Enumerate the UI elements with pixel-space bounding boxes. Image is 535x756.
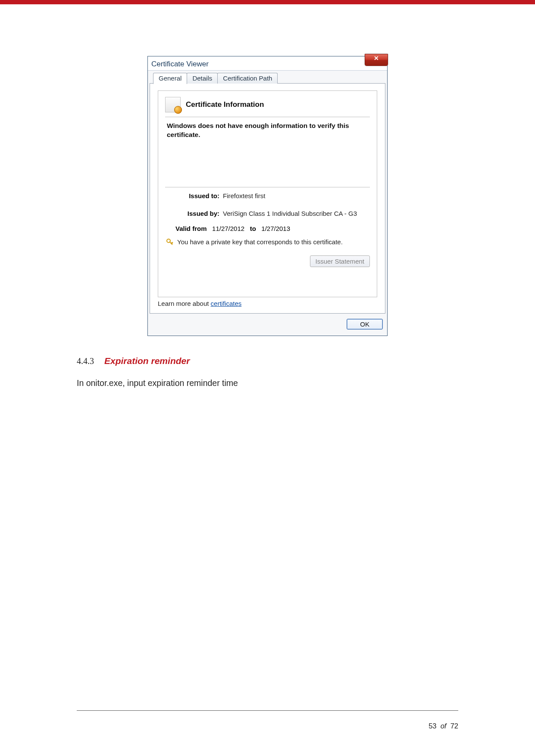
tab-certification-path[interactable]: Certification Path xyxy=(217,73,278,84)
learn-more-prefix: Learn more about xyxy=(158,300,211,307)
page-of-word: of xyxy=(441,722,447,730)
tab-general[interactable]: General xyxy=(153,73,187,84)
close-button[interactable]: ✕ xyxy=(365,54,388,66)
page-current: 53 xyxy=(429,722,436,730)
certificate-viewer-window: Certificate Viewer ✕ General Details Cer… xyxy=(147,56,388,336)
ribbon-icon xyxy=(174,106,182,114)
issued-to-value: Firefoxtest first xyxy=(223,192,265,200)
certificate-info-heading: Certificate Information xyxy=(186,100,264,109)
section-body-text: In onitor.exe, input expiration reminder… xyxy=(77,378,458,388)
tab-panel-general: Certificate Information Windows does not… xyxy=(150,83,385,314)
ok-button[interactable]: OK xyxy=(347,319,383,330)
issued-by-value: VeriSign Class 1 Individual Subscriber C… xyxy=(223,209,357,218)
issuer-statement-button: Issuer Statement xyxy=(310,255,370,267)
close-icon: ✕ xyxy=(374,55,379,62)
key-icon xyxy=(166,238,174,246)
section-heading: 4.4.3 Expiration reminder xyxy=(77,356,458,366)
valid-from-value: 11/27/2012 xyxy=(212,225,244,232)
valid-from-label: Valid from xyxy=(175,225,207,232)
valid-date-row: Valid from 11/27/2012 to 1/27/2013 xyxy=(165,225,370,232)
verify-warning-text: Windows does not have enough information… xyxy=(165,121,370,140)
page-number: 53 of 72 xyxy=(77,722,458,730)
tab-details[interactable]: Details xyxy=(187,73,218,84)
divider xyxy=(165,187,370,187)
private-key-note: You have a private key that corresponds … xyxy=(177,238,343,246)
valid-to-value: 1/27/2013 xyxy=(261,225,290,232)
footer-rule xyxy=(77,710,458,711)
page-total: 72 xyxy=(451,722,458,730)
certificate-icon xyxy=(165,97,181,112)
issued-to-label: Issued to: xyxy=(175,192,219,200)
tab-strip: General Details Certification Path xyxy=(150,72,385,84)
certificates-link[interactable]: certificates xyxy=(211,300,242,307)
window-title: Certificate Viewer xyxy=(151,60,209,70)
page-top-rule xyxy=(0,0,535,4)
certificate-info-box: Certificate Information Windows does not… xyxy=(158,90,377,297)
section-number: 4.4.3 xyxy=(77,356,94,366)
page-footer: 53 of 72 xyxy=(77,707,458,730)
divider xyxy=(165,117,370,117)
issued-by-label: Issued by: xyxy=(175,209,219,218)
valid-to-label: to xyxy=(250,225,256,232)
section-title: Expiration reminder xyxy=(104,356,190,366)
learn-more-row: Learn more about certificates xyxy=(158,300,377,307)
